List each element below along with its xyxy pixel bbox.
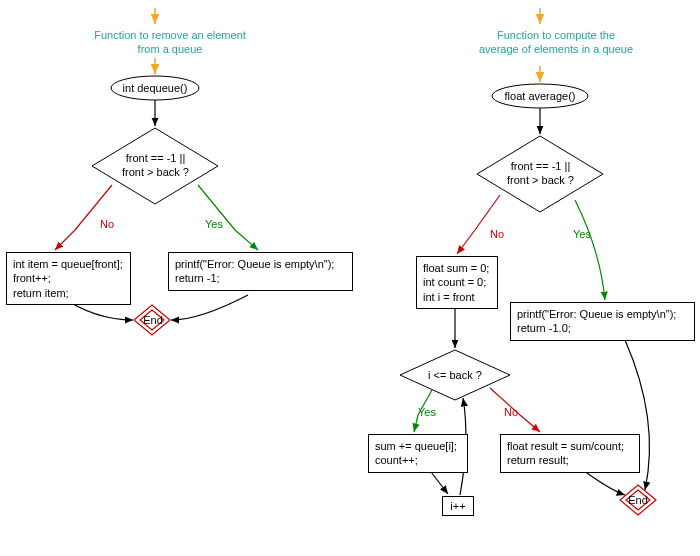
right-yes-box: printf("Error: Queue is empty\n"); retur…: [510, 302, 695, 341]
loop-no-label: No: [504, 406, 518, 418]
right-end-text: End: [627, 494, 649, 508]
flowchart-canvas: Function to remove an element from a que…: [0, 0, 700, 556]
left-end-text: End: [142, 314, 164, 328]
loop-body-box: sum += queue[i]; count++;: [368, 434, 468, 473]
right-decision-text: front == -1 || front > back ?: [498, 160, 583, 188]
left-no-box: int item = queue[front]; front++; return…: [6, 252, 131, 305]
right-yes-label: Yes: [573, 228, 591, 240]
left-start-text: int dequeue(): [120, 82, 190, 96]
right-no-label: No: [490, 228, 504, 240]
loop-yes-label: Yes: [418, 406, 436, 418]
right-start-text: float average(): [500, 90, 580, 104]
result-box: float result = sum/count; return result;: [500, 434, 640, 473]
increment-box: i++: [442, 496, 474, 516]
right-no-box: float sum = 0; int count = 0; int i = fr…: [416, 256, 498, 309]
right-title: Function to compute the average of eleme…: [476, 28, 636, 57]
left-yes-label: Yes: [205, 218, 223, 230]
edge-yes-right: [575, 200, 605, 300]
left-decision-text: front == -1 || front > back ?: [113, 152, 198, 180]
edge-no-right: [457, 195, 500, 254]
left-title: Function to remove an element from a que…: [90, 28, 250, 57]
loop-decision-text: i <= back ?: [422, 369, 488, 383]
left-no-label: No: [100, 218, 114, 230]
left-yes-box: printf("Error: Queue is empty\n"); retur…: [168, 252, 353, 291]
edge-yesbox-end-left: [171, 295, 248, 320]
